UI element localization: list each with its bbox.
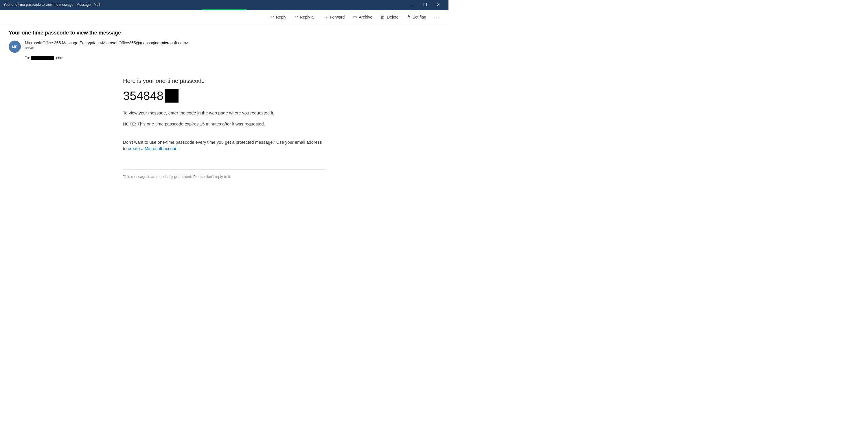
passcode-heading: Here is your one-time passcode xyxy=(123,78,326,84)
sender-name: Microsoft Office 365 Message Encryption … xyxy=(25,40,188,45)
archive-icon: ▭ xyxy=(353,14,357,20)
sender-time: 09:46 xyxy=(25,46,188,50)
sender-row: ME Microsoft Office 365 Message Encrypti… xyxy=(9,40,440,53)
delete-label: Delete xyxy=(387,15,398,20)
minimize-button[interactable]: — xyxy=(405,0,418,9)
reply-all-icon: ↩ xyxy=(294,14,298,20)
maximize-button[interactable]: ❐ xyxy=(418,0,432,9)
reply-icon: ↩ xyxy=(270,14,274,20)
passcode-optional: Don't want to use one-time passcode ever… xyxy=(123,139,326,152)
close-button[interactable]: ✕ xyxy=(432,0,445,9)
reply-button[interactable]: ↩ Reply xyxy=(267,12,290,22)
forward-icon: → xyxy=(323,15,328,20)
progress-bar xyxy=(202,9,247,10)
passcode-note: NOTE: This one-time passcode expires 15 … xyxy=(123,121,326,128)
more-options-button[interactable]: ··· xyxy=(431,13,443,21)
window-title: Your one-time passcode to view the messa… xyxy=(3,3,100,7)
flag-icon: ⚑ xyxy=(407,14,411,20)
delete-button[interactable]: 🗑 Delete xyxy=(377,13,402,22)
title-bar-left: Your one-time passcode to view the messa… xyxy=(3,3,100,7)
email-footer: This message is automatically generated.… xyxy=(123,169,326,179)
set-flag-label: Set flag xyxy=(412,15,426,20)
title-bar: Your one-time passcode to view the messa… xyxy=(0,0,448,9)
reply-label: Reply xyxy=(276,15,286,20)
passcode-value: 354848 xyxy=(123,89,326,103)
more-icon: ··· xyxy=(434,14,440,20)
to-address-redacted xyxy=(31,56,54,60)
email-container: Your one-time passcode to view the messa… xyxy=(0,24,448,226)
forward-label: Forward xyxy=(330,15,345,20)
archive-label: Archive xyxy=(359,15,372,20)
email-body: Here is your one-time passcode 354848 To… xyxy=(123,72,326,185)
avatar: ME xyxy=(9,40,21,53)
reply-all-label: Reply all xyxy=(300,15,315,20)
footer-text: This message is automatically generated.… xyxy=(123,174,231,179)
email-subject: Your one-time passcode to view the messa… xyxy=(9,30,440,36)
passcode-redacted xyxy=(165,89,179,103)
passcode-digits: 354848 xyxy=(123,89,163,103)
forward-button[interactable]: → Forward xyxy=(320,13,348,22)
passcode-instructions: To view your message, enter the code in … xyxy=(123,110,326,116)
ms-account-link[interactable]: create a Microsoft account xyxy=(128,146,179,151)
archive-button[interactable]: ▭ Archive xyxy=(349,12,376,22)
reply-all-button[interactable]: ↩ Reply all xyxy=(291,12,319,22)
title-bar-controls: — ❐ ✕ xyxy=(405,0,445,9)
toolbar: ↩ Reply ↩ Reply all → Forward ▭ Archive … xyxy=(0,10,448,24)
to-label: To: xyxy=(25,56,30,60)
progress-area xyxy=(0,9,448,10)
delete-icon: 🗑 xyxy=(380,15,385,20)
sender-info: Microsoft Office 365 Message Encryption … xyxy=(25,40,188,50)
set-flag-button[interactable]: ⚑ Set flag xyxy=(403,12,430,22)
to-domain: .com xyxy=(55,56,63,60)
to-row: To: .com xyxy=(9,56,440,60)
